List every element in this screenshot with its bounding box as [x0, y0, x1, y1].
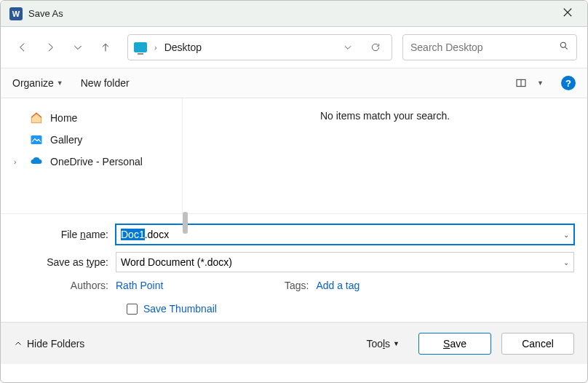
address-bar[interactable]: › Desktop [127, 34, 392, 60]
expand-icon[interactable]: › [14, 158, 23, 166]
file-list-area: No items match your search. [183, 98, 587, 213]
save-button[interactable]: Save [418, 333, 491, 355]
new-folder-label: New folder [81, 77, 130, 89]
search-icon [559, 41, 569, 54]
filename-selected-text: Doc1 [121, 229, 145, 240]
help-button[interactable]: ? [561, 76, 576, 90]
sidebar-item-label: Gallery [50, 134, 82, 146]
nav-row: › Desktop [1, 27, 587, 68]
up-button[interactable] [94, 36, 117, 59]
filename-label: File name: [14, 229, 116, 240]
save-as-type-select[interactable]: Word Document (*.docx) ⌄ [116, 252, 574, 272]
save-as-type-value: Word Document (*.docx) [121, 256, 232, 268]
new-folder-button[interactable]: New folder [81, 77, 130, 89]
type-dropdown-icon: ⌄ [563, 258, 569, 266]
authors-value[interactable]: Rath Point [116, 280, 163, 291]
sidebar-item-label: Home [50, 112, 77, 124]
body-area: Home Gallery › OneDrive - Personal No it… [1, 98, 587, 213]
address-history-dropdown[interactable] [338, 37, 358, 58]
sidebar-item-home[interactable]: Home [1, 107, 182, 129]
view-layout-button[interactable] [515, 77, 527, 89]
caret-down-icon: ▼ [393, 340, 400, 347]
empty-message: No items match your search. [320, 110, 450, 122]
form-area: File name: Doc1.docx ⌄ Save as type: Wor… [1, 213, 587, 322]
search-input[interactable] [410, 42, 559, 53]
hide-folders-button[interactable]: Hide Folders [14, 338, 84, 350]
breadcrumb-separator-icon: › [154, 43, 157, 52]
desktop-icon [134, 42, 147, 52]
refresh-button[interactable] [365, 37, 386, 58]
sidebar-scrollbar-thumb[interactable] [183, 212, 188, 234]
tools-label: Tools [366, 338, 390, 350]
filename-rest-text: .docx [145, 229, 169, 240]
caret-down-icon: ▼ [57, 79, 63, 87]
filename-dropdown-icon[interactable]: ⌄ [563, 231, 569, 239]
authors-label: Authors: [14, 280, 116, 291]
save-as-type-label: Save as type: [14, 256, 116, 268]
organize-label: Organize [12, 77, 54, 89]
back-button[interactable] [11, 36, 34, 59]
toolbar: Organize ▼ New folder ▼ ? [1, 68, 587, 98]
view-dropdown-icon[interactable]: ▼ [537, 79, 544, 87]
close-button[interactable] [557, 4, 579, 23]
gallery-icon [30, 133, 43, 146]
chevron-up-icon [14, 339, 23, 348]
hide-folders-label: Hide Folders [27, 338, 84, 350]
breadcrumb-location[interactable]: Desktop [164, 42, 330, 53]
footer: Hide Folders Tools ▼ Save Cancel [1, 322, 587, 364]
sidebar-item-gallery[interactable]: Gallery [1, 129, 182, 151]
sidebar: Home Gallery › OneDrive - Personal [1, 98, 183, 213]
search-box[interactable] [402, 34, 577, 60]
save-thumbnail-checkbox[interactable] [127, 304, 138, 315]
window-title: Save As [28, 8, 557, 19]
word-app-icon: W [9, 7, 23, 20]
tags-value[interactable]: Add a tag [316, 280, 359, 291]
tags-label: Tags: [272, 280, 316, 291]
titlebar: W Save As [1, 1, 587, 27]
tools-menu[interactable]: Tools ▼ [366, 338, 400, 350]
cancel-button[interactable]: Cancel [501, 333, 574, 355]
home-icon [30, 111, 43, 125]
organize-menu[interactable]: Organize ▼ [12, 77, 63, 89]
svg-point-0 [560, 42, 565, 47]
recent-dropdown[interactable] [66, 36, 90, 59]
sidebar-item-label: OneDrive - Personal [50, 156, 143, 167]
onedrive-icon [30, 155, 43, 168]
forward-button[interactable] [39, 36, 62, 59]
sidebar-item-onedrive[interactable]: › OneDrive - Personal [1, 151, 182, 173]
save-thumbnail-label[interactable]: Save Thumbnail [143, 303, 217, 315]
